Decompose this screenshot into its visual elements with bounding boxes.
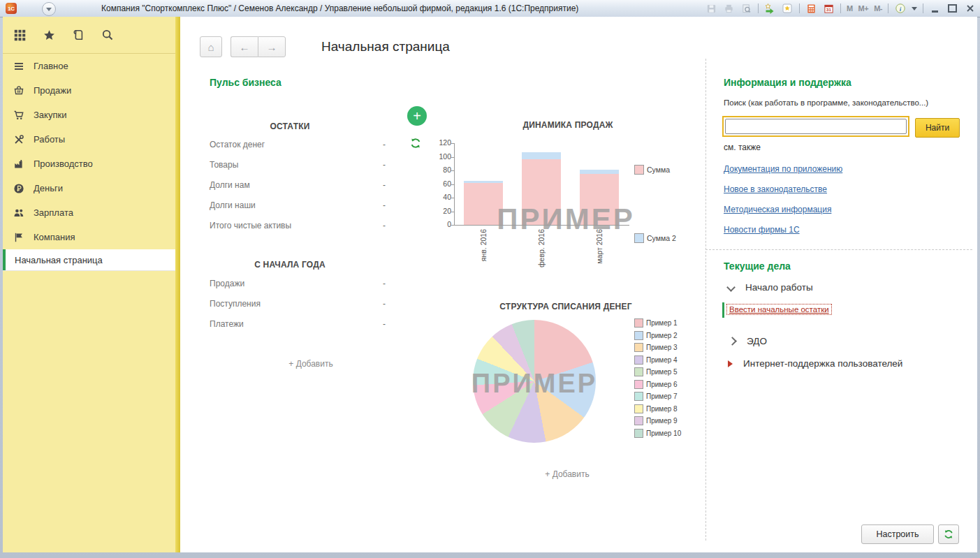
sidebar-item-purchases[interactable]: Закупки <box>3 103 175 127</box>
legend-swatch <box>634 392 643 401</box>
ytd-row: Продажи- <box>210 279 386 288</box>
add-favorite-icon[interactable] <box>764 3 776 15</box>
legend-label: Пример 5 <box>646 368 678 376</box>
legend-label: Пример 3 <box>646 344 678 351</box>
balance-row: Долги нам- <box>210 180 386 190</box>
chevron-down-icon[interactable] <box>912 7 917 10</box>
configure-button[interactable]: Настроить <box>861 524 934 544</box>
sidebar-item-works[interactable]: Работы <box>3 127 175 152</box>
home-button[interactable]: ⌂ <box>200 36 222 57</box>
sidebar-item-sales[interactable]: Продажи <box>3 78 175 103</box>
legend-swatch <box>634 404 643 413</box>
memory-add-button[interactable]: M+ <box>858 4 869 13</box>
title-bar: 1С Компания "Спорткомплекс Плюс" / Семен… <box>0 0 980 17</box>
link-1c-news[interactable]: Новости фирмы 1С <box>724 225 800 235</box>
calendar-icon[interactable]: 31 <box>823 3 835 15</box>
row-label: Остаток денег <box>210 140 265 149</box>
support-search-input[interactable] <box>725 119 907 134</box>
ytd-row: Поступления- <box>210 299 386 309</box>
people-icon <box>13 207 24 219</box>
svg-text:31: 31 <box>826 7 831 12</box>
bar-segment <box>522 152 561 160</box>
legend-item: Пример 9 <box>634 416 681 425</box>
row-value: - <box>383 299 386 309</box>
sidebar-item-label: Зарплата <box>34 207 73 218</box>
y-axis-tick-label: 20 <box>427 207 451 215</box>
toolbar-separator <box>799 3 800 13</box>
section-title-business-pulse: Пульс бизнеса <box>210 77 281 88</box>
link-documentation[interactable]: Документация по приложению <box>724 164 842 174</box>
search-field-wrapper <box>722 116 909 137</box>
todo-group-getting-started[interactable]: Начало работы <box>728 282 813 293</box>
todo-group-label: Начало работы <box>745 282 813 293</box>
app-logo-1c-icon: 1С <box>6 3 17 14</box>
refresh-button[interactable] <box>409 137 422 152</box>
calculator-icon[interactable] <box>805 3 817 15</box>
y-axis-tick-label: 60 <box>427 179 451 188</box>
y-axis-tick <box>451 225 454 226</box>
forward-button[interactable]: → <box>258 36 286 57</box>
y-axis-tick-label: 80 <box>427 166 451 174</box>
todo-marker-bar <box>722 302 724 318</box>
red-arrow-icon <box>728 360 733 367</box>
row-label: Товары <box>210 160 238 170</box>
sidebar-item-money[interactable]: Деньги <box>3 176 175 200</box>
todo-group-label: ЭДО <box>747 336 767 346</box>
y-axis-tick <box>451 170 454 171</box>
back-button[interactable]: ← <box>231 36 258 57</box>
row-value: - <box>383 221 386 230</box>
minimize-icon[interactable] <box>929 3 941 15</box>
apps-grid-icon[interactable] <box>13 28 27 42</box>
legend-item: Пример 7 <box>634 392 681 401</box>
toolbar-separator <box>840 3 841 13</box>
menu-icon <box>13 60 24 72</box>
chevron-down-icon <box>726 283 736 292</box>
memory-subtract-button[interactable]: M- <box>874 4 882 13</box>
arrow-right-icon: → <box>267 41 277 53</box>
sidebar-item-label: Деньги <box>34 183 63 193</box>
find-button[interactable]: Найти <box>915 118 960 138</box>
legend-swatch <box>634 331 643 340</box>
legend-item: Пример 4 <box>634 355 681 365</box>
link-legislation-news[interactable]: Новое в законодательстве <box>724 184 827 194</box>
add-indicator-link[interactable]: + Добавить <box>497 469 637 479</box>
row-label: Долги наши <box>210 200 256 210</box>
pie-legend: Пример 1Пример 2Пример 3Пример 4Пример 5… <box>634 318 681 441</box>
legend-item: Пример 3 <box>634 343 681 352</box>
add-indicator-link[interactable]: + Добавить <box>210 359 412 369</box>
memory-recall-button[interactable]: M <box>847 4 853 13</box>
favorites-icon[interactable] <box>782 3 793 15</box>
print-icon[interactable] <box>723 3 735 15</box>
sections-sidebar: Главное Продажи Закупки Работы Производс… <box>3 17 180 552</box>
todo-group-label: Интернет-поддержка пользователей <box>743 358 902 369</box>
sidebar-item-start-page[interactable]: Начальная страница <box>3 249 175 270</box>
star-icon[interactable] <box>42 28 56 42</box>
flag-icon <box>13 231 24 243</box>
add-widget-button[interactable]: + <box>407 106 427 126</box>
refresh-button[interactable] <box>938 524 959 544</box>
main-menu-button[interactable] <box>42 2 56 16</box>
balance-row: Итого чистые активы- <box>210 221 386 230</box>
todo-group-edo[interactable]: ЭДО <box>729 336 767 346</box>
enter-opening-balances-link[interactable]: Ввести начальные остатки <box>726 304 832 315</box>
maximize-icon[interactable] <box>946 3 958 15</box>
chart-title: СТРУКТУРА СПИСАНИЯ ДЕНЕГ <box>454 302 678 311</box>
print-preview-icon[interactable] <box>740 3 752 15</box>
sidebar-item-salary[interactable]: Зарплата <box>3 200 175 225</box>
save-icon[interactable] <box>705 3 717 15</box>
link-methodical-info[interactable]: Методическая информация <box>724 205 831 214</box>
row-value: - <box>383 200 386 210</box>
info-icon[interactable]: i <box>894 3 906 15</box>
row-label: Продажи <box>210 279 244 288</box>
sidebar-item-company[interactable]: Компания <box>3 225 175 249</box>
sidebar-item-main[interactable]: Главное <box>3 54 175 78</box>
x-axis-label: янв. 2016 <box>479 229 488 278</box>
search-icon[interactable] <box>101 28 115 42</box>
sidebar-toolbar <box>3 17 180 54</box>
sidebar-item-production[interactable]: Производство <box>3 152 175 176</box>
history-icon[interactable] <box>71 28 85 42</box>
panel-separator <box>705 59 706 541</box>
close-icon[interactable] <box>964 3 976 15</box>
todo-group-internet-support[interactable]: Интернет-поддержка пользователей <box>728 358 902 369</box>
y-axis-tick-label: 100 <box>427 152 451 161</box>
